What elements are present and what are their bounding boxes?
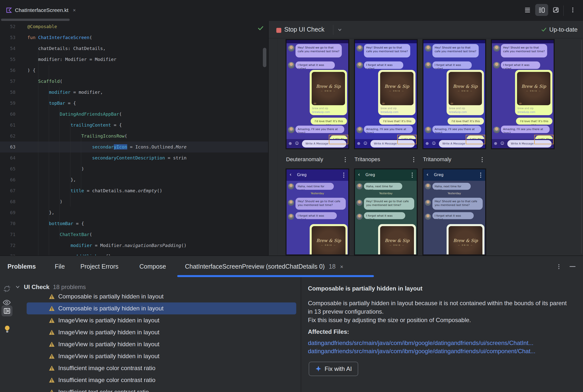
- list-view-icon[interactable]: [524, 7, 531, 13]
- code-line[interactable]: 73 onAddClick = {},: [0, 251, 268, 256]
- chat-bubble: I forgot what it was called...: [296, 212, 337, 219]
- code-line[interactable]: 70 bottomBar = {: [0, 218, 268, 229]
- file-link[interactable]: datingandfriends/src/main/java/com/ibm/g…: [308, 339, 535, 347]
- preview-phone-row1[interactable]: Hey! Should we go to that cafe you menti…: [285, 39, 349, 149]
- coffee-cup-icon: ☕: [518, 101, 522, 105]
- code-line[interactable]: 63 secondaryIcon = Icons.Outlined.More: [0, 142, 268, 152]
- more-options-icon[interactable]: [569, 7, 576, 13]
- preview-phone-row2[interactable]: ‹GregHaha, next time for sure!YesterdayH…: [285, 168, 349, 256]
- back-icon[interactable]: ‹: [426, 172, 428, 177]
- variant-menu-icon[interactable]: [482, 157, 483, 162]
- chat-bubble: Amazing, I'll see you there at 2pm?: [364, 126, 413, 133]
- tab-project-errors[interactable]: Project Errors: [80, 256, 119, 277]
- variant-menu-icon[interactable]: [345, 157, 346, 162]
- problem-item[interactable]: Insufficient image color contrast ratio: [15, 362, 299, 374]
- emoji-icon[interactable]: ☺: [432, 141, 436, 146]
- minimize-icon[interactable]: [569, 266, 575, 267]
- chat-menu-icon[interactable]: [343, 172, 344, 178]
- tab-scroll-indicator[interactable]: [1, 19, 70, 21]
- code-line[interactable]: 68 ): [0, 196, 268, 207]
- code-line[interactable]: 66 },: [0, 174, 268, 185]
- chat-bubble: I'd love that! It's this one.: [448, 118, 484, 124]
- problem-item[interactable]: Composable is partially hidden in layout: [15, 290, 299, 302]
- code-line[interactable]: 67 title = chatDetails.name.orEmpty(): [0, 185, 268, 196]
- preview-phone-row1[interactable]: Hey! Should we go to that cafe you menti…: [491, 39, 555, 149]
- code-line[interactable]: 59 topBar = {: [0, 98, 268, 109]
- preview-phone-row2[interactable]: ‹GregHaha, next time for sure!YesterdayH…: [354, 168, 418, 256]
- warning-icon: [49, 342, 55, 347]
- chat-bubble: Haha, next time for sure!: [296, 183, 334, 190]
- tab-file[interactable]: File: [55, 256, 65, 277]
- code-line[interactable]: 57 Scaffold(: [0, 76, 268, 87]
- tab-compose[interactable]: Compose: [139, 256, 166, 277]
- close-tab-icon[interactable]: ×: [340, 264, 343, 270]
- emoji-icon[interactable]: ☺: [500, 141, 504, 146]
- code-text: @Composable: [27, 21, 57, 32]
- avatar: [288, 183, 294, 189]
- phone-header: ‹Greg: [355, 170, 417, 181]
- preview-scrollbar[interactable]: [581, 40, 582, 254]
- avatar: [288, 214, 294, 220]
- code-line[interactable]: 62 TrailingIconsRow(: [0, 130, 268, 142]
- code-line[interactable]: 61 trailingContent = {: [0, 120, 268, 130]
- code-line[interactable]: 56) {: [0, 65, 268, 76]
- variant-menu-icon[interactable]: [413, 157, 414, 162]
- chat-menu-icon[interactable]: [480, 172, 481, 178]
- preview-phone-row1[interactable]: Hey! Should we go to that cafe you menti…: [422, 39, 486, 149]
- panel-options-icon[interactable]: [556, 264, 562, 270]
- stop-icon[interactable]: [276, 28, 281, 33]
- code-line[interactable]: 69 },: [0, 207, 268, 218]
- problem-item[interactable]: Insufficient text color contrast ratio: [15, 386, 299, 392]
- problem-item[interactable]: Composable is partially hidden in layout: [27, 302, 296, 314]
- problem-item[interactable]: ImageView is partially hidden in layout: [15, 350, 299, 362]
- fix-with-ai-button[interactable]: Fix with AI: [309, 362, 358, 376]
- problem-item[interactable]: ImageView is partially hidden in layout: [15, 326, 299, 338]
- tab-close-icon[interactable]: ×: [73, 8, 76, 13]
- code-line[interactable]: 65 ): [0, 164, 268, 174]
- editor-tab[interactable]: ChatInterfaceScreen.kt ×: [3, 2, 79, 18]
- chevron-down-icon[interactable]: [337, 27, 342, 32]
- brand-name: Brew & Sip: [316, 84, 341, 88]
- emoji-icon[interactable]: ☺: [295, 141, 299, 146]
- line-number: 60: [0, 109, 16, 120]
- file-link[interactable]: datingandfriends/src/main/java/com/ibm/g…: [308, 347, 535, 355]
- code-line[interactable]: 55 modifier: Modifier = Modifier: [0, 54, 268, 65]
- code-line[interactable]: 72 modifier = Modifier.navigationBarsPad…: [0, 240, 268, 251]
- add-icon[interactable]: ⊕: [425, 141, 429, 146]
- code-line[interactable]: 53fun ChatInterfaceScreen(: [0, 32, 268, 43]
- emoji-icon[interactable]: ☺: [364, 141, 367, 146]
- add-icon[interactable]: ⊕: [357, 141, 360, 146]
- back-icon[interactable]: ‹: [289, 172, 292, 177]
- code-line[interactable]: 64 secondaryContentDescription = strin: [0, 152, 268, 164]
- code-line[interactable]: 54 chatDetails: ChatDetails,: [0, 43, 268, 54]
- add-icon[interactable]: ⊕: [494, 141, 497, 146]
- add-icon[interactable]: ⊕: [288, 141, 292, 146]
- editor-scrollbar[interactable]: [263, 48, 266, 67]
- avatar: [288, 126, 295, 133]
- stop-ui-check-button[interactable]: Stop UI Check: [284, 21, 324, 38]
- back-icon[interactable]: ‹: [358, 172, 360, 177]
- code-line[interactable]: 52@Composable: [0, 21, 268, 32]
- code-line[interactable]: 60 DatingAndFriendsAppBar(: [0, 109, 268, 120]
- code-editor[interactable]: 52@Composable53fun ChatInterfaceScreen(5…: [0, 21, 268, 256]
- preview-phone-row1[interactable]: Hey! Should we go to that cafe you menti…: [354, 39, 418, 149]
- coffee-cup-icon: ☕: [382, 101, 385, 105]
- design-view-icon[interactable]: [553, 7, 559, 13]
- code-line[interactable]: 71 ChatTextBar(: [0, 229, 268, 240]
- chat-bubble: Hey! Should we go to that cafe you menti…: [432, 44, 479, 58]
- chat-bubble: I forgot what it was called...: [432, 62, 472, 69]
- chat-bubble: I forgot what it was called...: [364, 62, 403, 69]
- code-text: fun ChatInterfaceScreen(: [27, 32, 92, 43]
- tab-preview-problems[interactable]: ChatInterfaceScreenPreview (sortedChatDe…: [185, 256, 343, 277]
- preview-phone-row2[interactable]: ‹GregHaha, next time for sure!YesterdayH…: [422, 168, 486, 256]
- problem-item[interactable]: ImageView is partially hidden in layout: [15, 314, 299, 326]
- tab-problems[interactable]: Problems: [8, 256, 36, 277]
- code-line[interactable]: 58 modifier = modifier,: [0, 87, 268, 98]
- chat-menu-icon[interactable]: [412, 172, 413, 178]
- preview-variant-label: Tritanopes: [355, 154, 380, 165]
- brew-sip-card: Brew & Sip— ONID —☕brew and sipbrew&sip.…: [447, 70, 484, 115]
- problem-item[interactable]: Insufficient image color contrast ratio: [15, 374, 299, 386]
- problem-item[interactable]: ImageView is partially hidden in layout: [15, 338, 299, 350]
- inspection-ok-icon[interactable]: [257, 25, 264, 31]
- line-number: 58: [0, 87, 16, 98]
